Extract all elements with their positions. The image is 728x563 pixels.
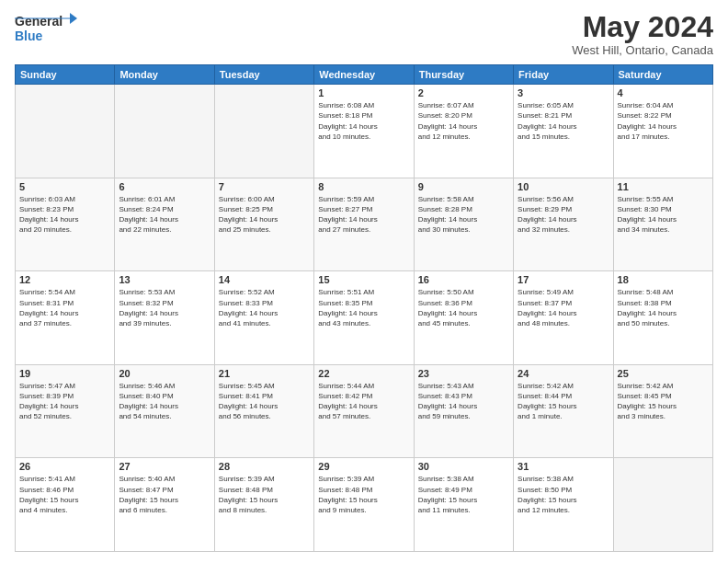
day-cell: 21Sunrise: 5:45 AM Sunset: 8:41 PM Dayli… bbox=[214, 364, 313, 458]
day-info: Sunrise: 5:55 AM Sunset: 8:30 PM Dayligh… bbox=[618, 194, 709, 236]
day-number: 13 bbox=[119, 274, 210, 285]
day-cell: 18Sunrise: 5:48 AM Sunset: 8:38 PM Dayli… bbox=[613, 271, 712, 365]
day-cell: 27Sunrise: 5:40 AM Sunset: 8:47 PM Dayli… bbox=[115, 458, 214, 552]
day-cell: 5Sunrise: 6:03 AM Sunset: 8:23 PM Daylig… bbox=[16, 178, 115, 271]
column-header-monday: Monday bbox=[115, 65, 214, 85]
logo-svg: General Blue bbox=[15, 11, 79, 46]
day-cell: 31Sunrise: 5:38 AM Sunset: 8:50 PM Dayli… bbox=[514, 458, 613, 552]
day-number: 26 bbox=[19, 461, 110, 472]
week-row-5: 26Sunrise: 5:41 AM Sunset: 8:46 PM Dayli… bbox=[16, 458, 713, 552]
week-row-1: 1Sunrise: 6:08 AM Sunset: 8:18 PM Daylig… bbox=[16, 85, 713, 178]
column-header-wednesday: Wednesday bbox=[314, 65, 414, 85]
day-info: Sunrise: 6:00 AM Sunset: 8:25 PM Dayligh… bbox=[219, 194, 310, 236]
day-number: 3 bbox=[518, 87, 609, 98]
day-number: 14 bbox=[219, 274, 310, 285]
day-info: Sunrise: 5:43 AM Sunset: 8:43 PM Dayligh… bbox=[418, 381, 509, 422]
day-cell: 24Sunrise: 5:42 AM Sunset: 8:44 PM Dayli… bbox=[514, 364, 613, 458]
day-cell bbox=[16, 85, 115, 178]
day-number: 16 bbox=[418, 274, 509, 285]
day-number: 25 bbox=[618, 368, 709, 379]
location: West Hill, Ontario, Canada bbox=[572, 43, 713, 57]
week-row-2: 5Sunrise: 6:03 AM Sunset: 8:23 PM Daylig… bbox=[16, 178, 713, 271]
day-cell: 11Sunrise: 5:55 AM Sunset: 8:30 PM Dayli… bbox=[613, 178, 712, 271]
day-cell: 7Sunrise: 6:00 AM Sunset: 8:25 PM Daylig… bbox=[214, 178, 313, 271]
calendar: SundayMondayTuesdayWednesdayThursdayFrid… bbox=[15, 64, 713, 552]
day-info: Sunrise: 5:44 AM Sunset: 8:42 PM Dayligh… bbox=[318, 381, 409, 422]
day-number: 27 bbox=[119, 461, 210, 472]
day-cell: 6Sunrise: 6:01 AM Sunset: 8:24 PM Daylig… bbox=[115, 178, 214, 271]
day-cell: 29Sunrise: 5:39 AM Sunset: 8:48 PM Dayli… bbox=[314, 458, 414, 552]
column-header-thursday: Thursday bbox=[414, 65, 513, 85]
header-row: SundayMondayTuesdayWednesdayThursdayFrid… bbox=[16, 65, 713, 85]
day-info: Sunrise: 5:59 AM Sunset: 8:27 PM Dayligh… bbox=[318, 194, 409, 236]
column-header-saturday: Saturday bbox=[613, 65, 712, 85]
day-cell: 3Sunrise: 6:05 AM Sunset: 8:21 PM Daylig… bbox=[514, 85, 613, 178]
day-number: 10 bbox=[518, 181, 609, 192]
day-cell: 9Sunrise: 5:58 AM Sunset: 8:28 PM Daylig… bbox=[414, 178, 513, 271]
day-info: Sunrise: 6:04 AM Sunset: 8:22 PM Dayligh… bbox=[618, 100, 709, 142]
day-number: 28 bbox=[219, 461, 310, 472]
day-cell: 22Sunrise: 5:44 AM Sunset: 8:42 PM Dayli… bbox=[314, 364, 414, 458]
day-number: 29 bbox=[318, 461, 409, 472]
day-cell: 16Sunrise: 5:50 AM Sunset: 8:36 PM Dayli… bbox=[414, 271, 513, 365]
logo: General Blue bbox=[15, 11, 79, 46]
day-info: Sunrise: 5:45 AM Sunset: 8:41 PM Dayligh… bbox=[219, 381, 310, 422]
day-cell: 28Sunrise: 5:39 AM Sunset: 8:48 PM Dayli… bbox=[214, 458, 313, 552]
day-number: 5 bbox=[19, 181, 110, 192]
day-number: 11 bbox=[618, 181, 709, 192]
svg-text:General: General bbox=[15, 14, 63, 29]
day-cell: 23Sunrise: 5:43 AM Sunset: 8:43 PM Dayli… bbox=[414, 364, 513, 458]
day-info: Sunrise: 6:07 AM Sunset: 8:20 PM Dayligh… bbox=[418, 100, 509, 142]
day-info: Sunrise: 5:39 AM Sunset: 8:48 PM Dayligh… bbox=[219, 474, 310, 515]
day-cell: 13Sunrise: 5:53 AM Sunset: 8:32 PM Dayli… bbox=[115, 271, 214, 365]
header: General Blue May 2024 West Hill, Ontario… bbox=[15, 11, 713, 57]
day-info: Sunrise: 5:54 AM Sunset: 8:31 PM Dayligh… bbox=[19, 287, 110, 328]
day-number: 12 bbox=[19, 274, 110, 285]
day-cell bbox=[214, 85, 313, 178]
day-info: Sunrise: 5:42 AM Sunset: 8:44 PM Dayligh… bbox=[518, 381, 609, 422]
day-info: Sunrise: 5:38 AM Sunset: 8:49 PM Dayligh… bbox=[418, 474, 509, 515]
column-header-friday: Friday bbox=[514, 65, 613, 85]
day-number: 23 bbox=[418, 368, 509, 379]
day-info: Sunrise: 5:51 AM Sunset: 8:35 PM Dayligh… bbox=[318, 287, 409, 328]
day-number: 7 bbox=[219, 181, 310, 192]
day-info: Sunrise: 5:42 AM Sunset: 8:45 PM Dayligh… bbox=[618, 381, 709, 422]
day-number: 9 bbox=[418, 181, 509, 192]
day-info: Sunrise: 5:48 AM Sunset: 8:38 PM Dayligh… bbox=[618, 287, 709, 328]
day-number: 31 bbox=[518, 461, 609, 472]
day-cell: 8Sunrise: 5:59 AM Sunset: 8:27 PM Daylig… bbox=[314, 178, 414, 271]
day-info: Sunrise: 5:46 AM Sunset: 8:40 PM Dayligh… bbox=[119, 381, 210, 422]
day-cell bbox=[613, 458, 712, 552]
svg-marker-1 bbox=[70, 13, 77, 24]
day-number: 6 bbox=[119, 181, 210, 192]
day-info: Sunrise: 5:40 AM Sunset: 8:47 PM Dayligh… bbox=[119, 474, 210, 515]
day-cell: 14Sunrise: 5:52 AM Sunset: 8:33 PM Dayli… bbox=[214, 271, 313, 365]
day-cell: 19Sunrise: 5:47 AM Sunset: 8:39 PM Dayli… bbox=[16, 364, 115, 458]
day-info: Sunrise: 5:52 AM Sunset: 8:33 PM Dayligh… bbox=[219, 287, 310, 328]
day-cell bbox=[115, 85, 214, 178]
day-info: Sunrise: 5:50 AM Sunset: 8:36 PM Dayligh… bbox=[418, 287, 509, 328]
day-number: 22 bbox=[318, 368, 409, 379]
svg-text:Blue: Blue bbox=[15, 29, 43, 43]
title-block: May 2024 West Hill, Ontario, Canada bbox=[572, 11, 713, 57]
page: General Blue May 2024 West Hill, Ontario… bbox=[0, 0, 728, 563]
day-info: Sunrise: 6:08 AM Sunset: 8:18 PM Dayligh… bbox=[318, 100, 409, 142]
week-row-3: 12Sunrise: 5:54 AM Sunset: 8:31 PM Dayli… bbox=[16, 271, 713, 365]
day-number: 30 bbox=[418, 461, 509, 472]
column-header-sunday: Sunday bbox=[16, 65, 115, 85]
day-cell: 25Sunrise: 5:42 AM Sunset: 8:45 PM Dayli… bbox=[613, 364, 712, 458]
day-cell: 17Sunrise: 5:49 AM Sunset: 8:37 PM Dayli… bbox=[514, 271, 613, 365]
day-info: Sunrise: 5:53 AM Sunset: 8:32 PM Dayligh… bbox=[119, 287, 210, 328]
day-cell: 1Sunrise: 6:08 AM Sunset: 8:18 PM Daylig… bbox=[314, 85, 414, 178]
day-cell: 2Sunrise: 6:07 AM Sunset: 8:20 PM Daylig… bbox=[414, 85, 513, 178]
day-number: 2 bbox=[418, 87, 509, 98]
day-number: 4 bbox=[618, 87, 709, 98]
day-number: 24 bbox=[518, 368, 609, 379]
day-info: Sunrise: 6:01 AM Sunset: 8:24 PM Dayligh… bbox=[119, 194, 210, 236]
day-info: Sunrise: 5:49 AM Sunset: 8:37 PM Dayligh… bbox=[518, 287, 609, 328]
day-number: 18 bbox=[618, 274, 709, 285]
day-cell: 26Sunrise: 5:41 AM Sunset: 8:46 PM Dayli… bbox=[16, 458, 115, 552]
day-number: 8 bbox=[318, 181, 409, 192]
day-cell: 4Sunrise: 6:04 AM Sunset: 8:22 PM Daylig… bbox=[613, 85, 712, 178]
day-info: Sunrise: 5:38 AM Sunset: 8:50 PM Dayligh… bbox=[518, 474, 609, 515]
